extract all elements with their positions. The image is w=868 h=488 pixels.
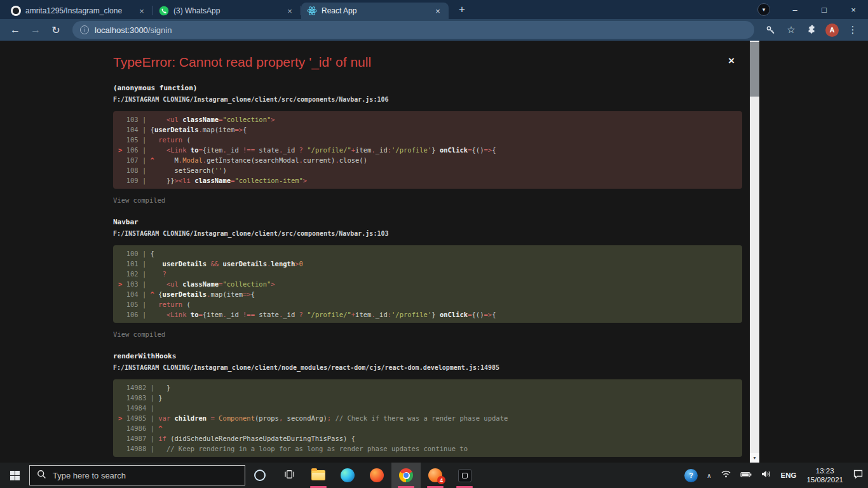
volume-button[interactable] (756, 463, 776, 488)
code-token: _id (376, 146, 388, 154)
forward-button[interactable]: → (27, 21, 44, 39)
password-key-icon[interactable] (762, 21, 780, 39)
code-line: 105 | return ( (113, 299, 742, 309)
stack-frame: NavbarF:/INSTAGRAM CLONING/Instagram_clo… (113, 218, 742, 338)
view-compiled-link[interactable]: View compiled (113, 196, 742, 204)
notification-app-button[interactable]: 4 (421, 463, 450, 488)
task-view-icon (284, 470, 295, 482)
line-number: 14982 | (122, 384, 158, 391)
code-line: 107 | ^ M.Modal.getInstance(searchModal.… (113, 155, 742, 165)
code-token: _id (227, 311, 243, 318)
code-token: } (158, 394, 162, 402)
tab-close-icon[interactable]: × (285, 6, 295, 16)
tab-title: (3) WhatsApp (173, 6, 280, 15)
start-button[interactable] (0, 463, 29, 488)
code-line: > 103 | <ul className="collection"> (113, 279, 742, 289)
browser-toolbar: ← → ↻ i localhost:3000/signin ☆ A ⋮ (0, 19, 868, 41)
battery-button[interactable] (736, 463, 756, 488)
red-browser-button[interactable] (362, 463, 391, 488)
overlay-close-icon[interactable]: × (728, 55, 735, 67)
frame-file-link[interactable]: F:/INSTAGRAM CLONING/Instagram_clone/cli… (113, 230, 742, 237)
frame-file-link[interactable]: F:/INSTAGRAM CLONING/Instagram_clone/cli… (113, 364, 742, 371)
code-token: _id (376, 311, 388, 318)
line-number: 105 | (122, 136, 150, 144)
language-indicator[interactable]: ENG (776, 471, 802, 479)
extensions-puzzle-icon[interactable] (803, 21, 820, 39)
code-token: { (251, 290, 255, 298)
tab-close-icon[interactable]: × (137, 6, 147, 16)
media-controls-button[interactable]: ▾ (757, 3, 770, 16)
battery-icon (740, 470, 752, 481)
code-token: { (151, 250, 154, 257)
line-number: 109 | (122, 177, 150, 184)
tab-instagram-clone[interactable]: amrita1295/Instagram_clone × (5, 3, 153, 19)
network-button[interactable] (716, 463, 736, 488)
code-token (151, 270, 163, 278)
code-token: { (154, 290, 163, 298)
cortana-icon (254, 470, 266, 481)
code-token: Modal (182, 156, 203, 164)
code-line: 103 | <ul className="collection"> (113, 114, 742, 125)
hidden-icons-button[interactable]: ∧ (702, 463, 715, 488)
code-token: { (492, 146, 496, 154)
web-page: × TypeError: Cannot read property '_id' … (0, 41, 868, 463)
taskbar-search[interactable]: Type here to search (29, 465, 245, 485)
address-bar[interactable]: i localhost:3000/signin (72, 21, 754, 39)
task-view-button[interactable] (275, 463, 304, 488)
tab-whatsapp[interactable]: (3) WhatsApp × (153, 3, 301, 19)
scrollbar-down-button[interactable]: ▾ (750, 453, 759, 463)
chrome-icon (399, 468, 413, 482)
tab-react-app[interactable]: React App × (301, 3, 449, 19)
page-info-icon[interactable]: i (80, 25, 89, 34)
line-number: 104 | (122, 126, 150, 133)
speaker-icon (761, 470, 771, 481)
notification-app-icon: 4 (428, 468, 442, 482)
code-token: } (158, 384, 170, 391)
code-line: 100 | { (113, 248, 742, 259)
code-token: M (154, 156, 179, 164)
action-center-button[interactable] (848, 463, 868, 488)
code-token: > (271, 280, 275, 288)
tab-close-icon[interactable]: × (433, 6, 443, 16)
line-number: 103 | (122, 280, 150, 288)
line-number: 106 | (122, 311, 150, 318)
bookmark-star-icon[interactable]: ☆ (782, 21, 800, 39)
code-token: <Link (166, 311, 187, 318)
scrollbar-thumb[interactable] (750, 42, 759, 97)
file-explorer-button[interactable] (304, 463, 333, 488)
tray-help-button[interactable]: ? (680, 463, 702, 488)
code-token: getInstance(searchModal (207, 156, 299, 164)
code-token: userDetails (154, 126, 199, 133)
windows-logo-icon (10, 471, 20, 480)
url-text: localhost:3000/signin (95, 25, 172, 35)
window-maximize-button[interactable]: □ (810, 0, 839, 19)
code-token: return (158, 301, 182, 308)
line-number: 103 | (122, 116, 150, 123)
line-number: 14985 | (122, 414, 158, 422)
code-token: !== (243, 311, 255, 318)
frame-file-link[interactable]: F:/INSTAGRAM CLONING/Instagram_clone/cli… (113, 96, 742, 103)
new-tab-button[interactable]: + (454, 2, 470, 17)
windows-taskbar: Type here to search 4 ? ∧ ENG 13:23 15/0… (0, 463, 868, 488)
window-minimize-button[interactable]: – (780, 0, 810, 19)
window-close-button[interactable]: × (839, 0, 868, 19)
view-compiled-link[interactable]: View compiled (113, 330, 742, 338)
stack-frame: renderWithHooksF:/INSTAGRAM CLONING/Inst… (113, 352, 742, 463)
code-line: 14983 | } (113, 393, 742, 403)
code-line: > 106 | <Link to={item._id !== state._id… (113, 145, 742, 155)
wifi-icon (721, 470, 731, 481)
reload-button[interactable]: ↻ (47, 21, 65, 39)
profile-avatar[interactable]: A (825, 24, 839, 37)
page-scrollbar[interactable]: ▾ (750, 41, 759, 463)
code-token (151, 116, 166, 123)
dark-app-button[interactable] (450, 463, 479, 488)
cortana-button[interactable] (245, 463, 275, 488)
browser-menu-icon[interactable]: ⋮ (844, 21, 862, 39)
code-token: secondArg) (283, 414, 327, 422)
window-controls: ▾ – □ × (757, 0, 868, 19)
chrome-button[interactable] (391, 463, 421, 488)
edge-button[interactable] (333, 463, 362, 488)
code-token: className (182, 116, 219, 123)
taskbar-clock[interactable]: 13:23 15/08/2021 (801, 466, 848, 484)
back-button[interactable]: ← (6, 21, 24, 39)
